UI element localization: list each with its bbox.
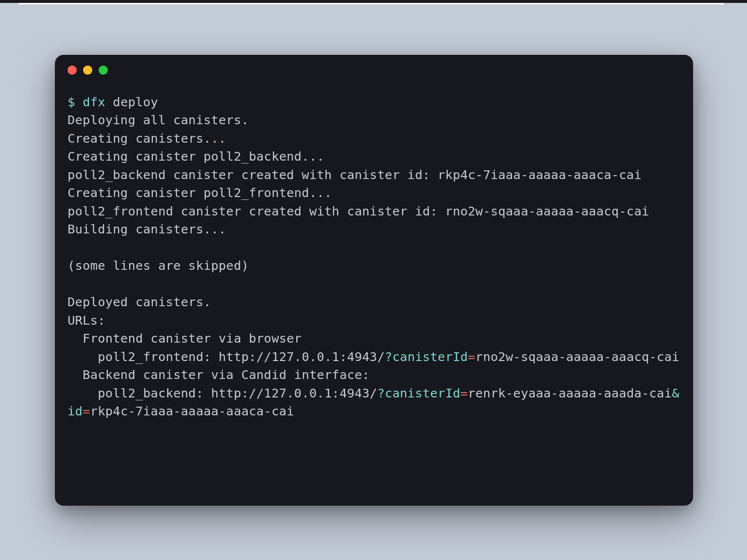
- output-line: Creating canister poll2_backend...: [68, 149, 324, 164]
- output-line: URLs:: [68, 313, 105, 328]
- output-line: Deploying all canisters.: [68, 113, 249, 127]
- url-equals: =: [83, 404, 90, 418]
- url-equals: =: [460, 386, 468, 400]
- page-top-divider: [18, 3, 724, 4]
- url-query-key: ?canisterId: [377, 386, 460, 400]
- url-value: rno2w-sqaaa-aaaaa-aaacq-cai: [475, 349, 679, 364]
- output-line: Deployed canisters.: [68, 295, 211, 309]
- url-query-key: id: [68, 404, 83, 418]
- window-titlebar: [55, 55, 693, 80]
- url-equals: =: [468, 349, 475, 364]
- url-ampersand: &: [672, 386, 679, 400]
- url-value: rkp4c-7iaaa-aaaaa-aaaca-cai: [90, 404, 294, 418]
- command: dfx: [83, 95, 105, 109]
- output-line: Backend canister via Candid interface:: [68, 367, 370, 382]
- url-prefix: poll2_backend: http://127.0.0.1:4943/: [68, 386, 377, 400]
- terminal-window: $ dfx deploy Deploying all canisters. Cr…: [55, 55, 693, 506]
- output-line: Creating canister poll2_frontend...: [68, 185, 332, 200]
- prompt-symbol: $: [68, 95, 75, 109]
- output-line: poll2_backend canister created with cani…: [68, 167, 642, 182]
- output-line: Frontend canister via browser: [68, 331, 302, 346]
- url-query-key: ?canisterId: [385, 349, 468, 364]
- url-value: renrk-eyaaa-aaaaa-aaada-cai: [468, 386, 672, 400]
- minimize-icon[interactable]: [83, 66, 92, 75]
- output-line: (some lines are skipped): [68, 258, 249, 273]
- maximize-icon[interactable]: [99, 66, 108, 75]
- close-icon[interactable]: [68, 66, 77, 75]
- url-prefix: poll2_frontend: http://127.0.0.1:4943/: [68, 349, 385, 364]
- output-line: Building canisters...: [68, 222, 226, 236]
- command-arg: deploy: [113, 95, 158, 109]
- output-line: Creating canisters...: [68, 131, 226, 146]
- output-line: poll2_frontend canister created with can…: [68, 204, 649, 218]
- terminal-output[interactable]: $ dfx deploy Deploying all canisters. Cr…: [55, 80, 693, 435]
